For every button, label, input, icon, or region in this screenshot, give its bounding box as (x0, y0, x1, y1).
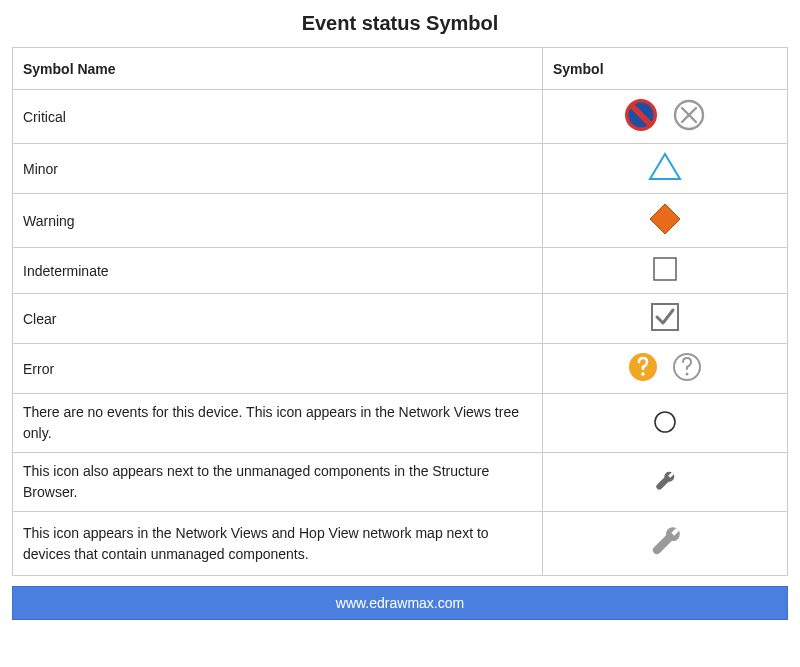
wrench-large-icon (643, 551, 687, 567)
table-row: Warning (13, 194, 788, 248)
row-label: Clear (13, 294, 543, 344)
footer-link[interactable]: www.edrawmax.com (12, 586, 788, 620)
table-row: Error (13, 344, 788, 394)
indeterminate-icon (652, 269, 678, 285)
table-row: There are no events for this device. Thi… (13, 394, 788, 453)
table-header-row: Symbol Name Symbol (13, 48, 788, 90)
row-label: Warning (13, 194, 543, 248)
clear-icon (650, 319, 680, 335)
svg-point-11 (641, 372, 645, 376)
minor-icon (647, 169, 683, 185)
header-symbol: Symbol (543, 48, 788, 90)
table-row: This icon appears in the Network Views a… (13, 512, 788, 576)
row-label: Error (13, 344, 543, 394)
svg-marker-7 (650, 204, 680, 234)
warning-icon (648, 223, 682, 239)
table-row: Minor (13, 144, 788, 194)
table-row: Indeterminate (13, 248, 788, 294)
svg-marker-6 (650, 154, 680, 179)
wrench-small-icon (650, 483, 680, 499)
error-icon (628, 352, 658, 385)
row-label: This icon appears in the Network Views a… (13, 512, 543, 576)
error-ghost-icon (672, 352, 702, 385)
critical-ghost-icon (672, 98, 706, 135)
row-label: Indeterminate (13, 248, 543, 294)
row-label: There are no events for this device. Thi… (13, 394, 543, 453)
no-events-icon (652, 422, 678, 438)
svg-point-14 (655, 412, 675, 432)
symbol-table: Symbol Name Symbol Critical (12, 47, 788, 576)
svg-point-13 (686, 373, 689, 376)
table-row: This icon also appears next to the unman… (13, 453, 788, 512)
page-title: Event status Symbol (12, 12, 788, 35)
critical-icon (624, 98, 658, 135)
svg-rect-8 (654, 258, 676, 280)
table-row: Critical (13, 90, 788, 144)
table-row: Clear (13, 294, 788, 344)
row-label: This icon also appears next to the unman… (13, 453, 543, 512)
row-label: Critical (13, 90, 543, 144)
row-label: Minor (13, 144, 543, 194)
header-symbol-name: Symbol Name (13, 48, 543, 90)
